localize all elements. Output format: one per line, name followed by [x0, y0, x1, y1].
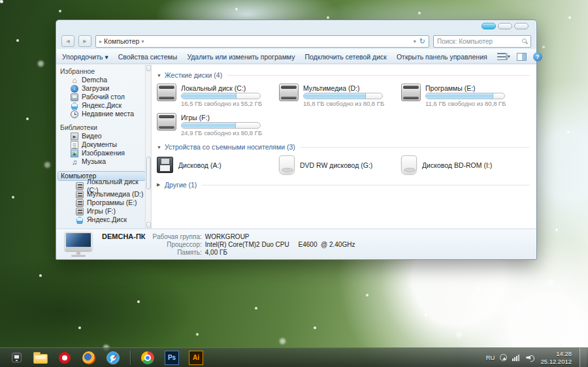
- refresh-icon[interactable]: ↻: [419, 37, 425, 46]
- scrollbar-thumb[interactable]: [146, 157, 151, 189]
- show-desktop-button[interactable]: [580, 348, 587, 367]
- show-hidden-icons-button[interactable]: [500, 354, 507, 361]
- organize-dropdown-icon: ▾: [105, 53, 108, 61]
- system-properties-button[interactable]: Свойства системы: [118, 53, 178, 61]
- address-bar[interactable]: ▸ Компьютер ▾ ▾ ↻: [95, 35, 429, 48]
- views-dropdown-icon: ▾: [508, 54, 510, 59]
- minimize-button[interactable]: [482, 23, 496, 29]
- favorites-section: Избранное Demcha Загрузки Рабочий стол Я…: [56, 67, 151, 118]
- collapse-group-icon[interactable]: ▼: [157, 145, 165, 150]
- navigation-pane: Избранное Demcha Загрузки Рабочий стол Я…: [56, 65, 152, 229]
- preview-pane-button[interactable]: [517, 53, 527, 61]
- group-header-hard-disks[interactable]: ▼ Жесткие диски (4): [157, 71, 530, 79]
- sidebar-item-drive-e[interactable]: Программы (E:): [56, 199, 151, 207]
- sidebar-item-yandex-disk-2[interactable]: Яндекс.Диск: [56, 215, 151, 224]
- sidebar-item-desktop[interactable]: Рабочий стол: [56, 93, 151, 101]
- scroll-down-icon[interactable]: [146, 222, 151, 228]
- search-icon[interactable]: [522, 39, 527, 44]
- change-view-button[interactable]: ▾: [497, 53, 510, 60]
- network-icon[interactable]: [512, 354, 521, 361]
- navigation-row: ◄ ► ▸ Компьютер ▾ ▾ ↻ Поиск: Компьютер: [56, 33, 536, 49]
- breadcrumb-arrow-icon: ▸: [99, 39, 102, 44]
- breadcrumb-computer[interactable]: Компьютер: [104, 37, 139, 45]
- hard-disk-icon: [279, 84, 299, 101]
- sidebar-item-documents[interactable]: Документы: [56, 140, 151, 149]
- start-button[interactable]: [9, 351, 24, 365]
- expand-group-icon[interactable]: ▶: [157, 182, 165, 187]
- taskbar-safari-button[interactable]: [106, 351, 120, 365]
- volume-icon[interactable]: [526, 354, 535, 362]
- workgroup-label: Рабочая группа:: [153, 233, 202, 240]
- search-input[interactable]: Поиск: Компьютер: [433, 35, 531, 48]
- explorer-folder-icon: [33, 354, 48, 364]
- videos-library-icon: [71, 133, 78, 140]
- libraries-title[interactable]: Библиотеки: [56, 123, 151, 132]
- group-divider: [227, 75, 530, 76]
- main-area: Избранное Demcha Загрузки Рабочий стол Я…: [56, 64, 536, 229]
- forward-button[interactable]: ►: [78, 35, 91, 47]
- computer-name: DEMCHA-ПК: [102, 232, 150, 240]
- drive-tile-e[interactable]: Программы (E:) 11,6 ГБ свободно из 80,8 …: [401, 84, 523, 107]
- organize-button[interactable]: Упорядочить ▾: [62, 53, 108, 61]
- maximize-button[interactable]: [498, 23, 512, 29]
- group-header-removable[interactable]: ▼ Устройства со съемными носителями (3): [157, 143, 530, 151]
- drive-tile-f[interactable]: Игры (F:) 24,9 ГБ свободно из 80,8 ГБ: [157, 113, 279, 136]
- group-header-other[interactable]: ▶ Другие (1): [157, 181, 530, 189]
- taskbar-chrome-button[interactable]: [140, 351, 155, 365]
- taskbar-opera-button[interactable]: [57, 351, 72, 365]
- drive-icon: [76, 208, 84, 215]
- collapse-group-icon[interactable]: ▼: [157, 73, 165, 78]
- sidebar-item-drive-f[interactable]: Игры (F:): [56, 207, 151, 215]
- cpu-label: Процессор:: [153, 241, 202, 248]
- sidebar-item-videos[interactable]: Видео: [56, 132, 151, 140]
- device-tile-bdrom-i[interactable]: Дисковод BD-ROM (I:): [401, 155, 523, 174]
- close-button[interactable]: [514, 23, 529, 29]
- clock-date: 25.12.2012: [540, 358, 572, 366]
- taskbar-firefox-button[interactable]: [82, 351, 96, 365]
- cpu-value: Intel(R) Core(TM)2 Duo CPU E4600 @ 2.40G…: [205, 241, 355, 248]
- language-indicator[interactable]: RU: [486, 354, 495, 361]
- drive-tile-d[interactable]: Мультимедиа (D:) 16,8 ГБ свободно из 80,…: [279, 84, 401, 107]
- breadcrumb-dropdown-icon[interactable]: ▾: [141, 39, 144, 44]
- hard-disk-icon: [401, 84, 421, 101]
- file-list-area: ▼ Жесткие диски (4) Локальный диск (C:) …: [152, 65, 536, 229]
- taskbar-explorer-button[interactable]: [33, 351, 48, 365]
- taskbar-illustrator-button[interactable]: Ai: [189, 351, 203, 365]
- drive-tile-c[interactable]: Локальный диск (C:) 16,5 ГБ свободно из …: [157, 84, 279, 107]
- device-tile-floppy-a[interactable]: Дисковод (A:): [157, 155, 279, 174]
- sidebar-item-pictures[interactable]: Изображения: [56, 149, 151, 157]
- recent-places-icon: [71, 110, 78, 118]
- device-tile-dvd-g[interactable]: DVD RW дисковод (G:): [279, 155, 401, 174]
- clock[interactable]: 14:28 25.12.2012: [540, 350, 572, 366]
- bd-rom-drive-icon: [401, 155, 417, 174]
- sidebar-item-downloads[interactable]: Загрузки: [56, 84, 151, 93]
- sidebar-item-recent-places[interactable]: Недавние места: [56, 110, 151, 118]
- computer-icon: [63, 231, 94, 257]
- back-button[interactable]: ◄: [61, 35, 74, 47]
- sidebar-scrollbar[interactable]: [145, 65, 151, 229]
- sidebar-item-yandex-disk[interactable]: Яндекс.Диск: [56, 101, 151, 110]
- map-network-drive-button[interactable]: Подключить сетевой диск: [304, 53, 387, 61]
- memory-value: 4,00 ГБ: [205, 249, 355, 256]
- open-control-panel-button[interactable]: Открыть панель управления: [397, 53, 487, 61]
- favorites-title[interactable]: Избранное: [56, 67, 151, 76]
- help-button[interactable]: ?: [533, 52, 542, 61]
- sidebar-item-drive-d[interactable]: Мультимедиа (D:): [56, 190, 151, 199]
- views-icon: [497, 53, 506, 60]
- system-tray: RU 14:28 25.12.2012: [486, 348, 588, 367]
- drive-icon: [76, 199, 84, 207]
- taskbar-photoshop-button[interactable]: Ps: [165, 351, 179, 365]
- taskbar-divider: [130, 351, 131, 365]
- safari-icon: [106, 351, 120, 364]
- address-history-icon[interactable]: ▾: [414, 39, 416, 44]
- scroll-up-icon[interactable]: [146, 65, 151, 71]
- explorer-window: ◄ ► ▸ Компьютер ▾ ▾ ↻ Поиск: Компьютер У…: [56, 20, 537, 260]
- capacity-bar: [425, 93, 505, 99]
- memory-label: Память:: [153, 249, 202, 256]
- sidebar-item-drive-c[interactable]: Локальный диск (C:): [56, 182, 151, 190]
- sidebar-item-demcha[interactable]: Demcha: [56, 76, 151, 84]
- title-bar[interactable]: [56, 20, 536, 33]
- uninstall-program-button[interactable]: Удалить или изменить программу: [187, 53, 295, 61]
- sidebar-item-music[interactable]: Музыка: [56, 157, 151, 166]
- firefox-icon: [82, 351, 95, 364]
